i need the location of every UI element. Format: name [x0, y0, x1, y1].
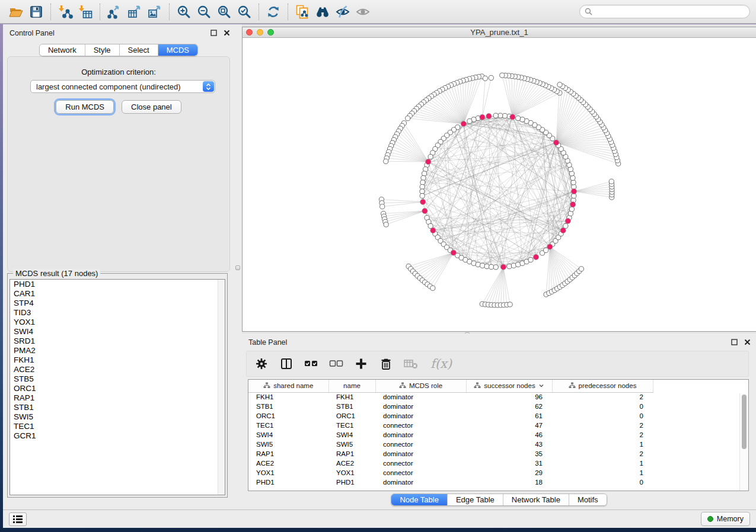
first-neighbors-button[interactable] — [312, 3, 333, 21]
table-cell[interactable]: 2 — [552, 430, 653, 440]
table-cell[interactable]: 1 — [552, 468, 653, 477]
table-row[interactable]: PHD1PHD1dominator180 — [248, 477, 653, 487]
table-settings-button[interactable] — [254, 356, 269, 371]
graph-node[interactable] — [420, 184, 425, 189]
network-view[interactable] — [243, 38, 756, 331]
table-cell[interactable]: 46 — [466, 430, 552, 440]
graph-node[interactable] — [430, 286, 435, 290]
table-cell[interactable]: FKH1 — [328, 392, 375, 402]
column-header[interactable]: successor nodes — [466, 380, 552, 392]
table-cell[interactable]: TEC1 — [328, 421, 375, 430]
zoom-selected-button[interactable] — [234, 3, 254, 21]
table-cell[interactable]: 61 — [466, 411, 552, 421]
graph-node[interactable] — [480, 263, 485, 268]
tab-mcds[interactable]: MCDS — [158, 44, 197, 56]
table-row[interactable]: ORC1ORC1dominator610 — [248, 411, 653, 421]
tab-network[interactable]: Network — [40, 44, 85, 56]
deselect-all-rows-button[interactable] — [328, 356, 344, 371]
tab-motifs[interactable]: Motifs — [569, 494, 607, 505]
table-cell[interactable]: ACE2 — [248, 459, 328, 468]
mcds-result-list[interactable]: PHD1CAR1STP4TID3YOX1SWI4SRD1PMA2FKH1ACE2… — [9, 279, 225, 495]
table-cell[interactable]: SWI4 — [248, 430, 328, 440]
zoom-fit-button[interactable] — [214, 3, 234, 21]
tab-style[interactable]: Style — [85, 44, 120, 56]
export-network-button[interactable] — [104, 3, 125, 21]
graph-node[interactable] — [467, 118, 472, 123]
table-cell[interactable]: SWI5 — [328, 440, 375, 449]
graph-node[interactable] — [579, 267, 583, 271]
mcds-result-item[interactable]: SRD1 — [10, 336, 225, 346]
graph-hub-node[interactable] — [451, 250, 456, 255]
table-cell[interactable]: STB1 — [328, 402, 375, 411]
task-history-button[interactable] — [9, 512, 27, 526]
run-mcds-button[interactable]: Run MCDS — [56, 100, 114, 114]
graph-node[interactable] — [498, 113, 503, 118]
graph-node[interactable] — [528, 258, 533, 262]
tab-edge-table[interactable]: Edge Table — [448, 494, 503, 505]
graph-node[interactable] — [570, 175, 575, 180]
table-cell[interactable]: 18 — [466, 477, 552, 487]
table-cell[interactable]: dominator — [375, 477, 466, 487]
graph-hub-node[interactable] — [565, 218, 570, 223]
graph-hub-node[interactable] — [570, 202, 576, 207]
table-cell[interactable]: 2 — [552, 449, 653, 459]
open-session-button[interactable] — [6, 3, 26, 21]
table-cell[interactable]: 35 — [466, 449, 552, 459]
column-header[interactable]: MCDS role — [375, 380, 466, 392]
table-cell[interactable]: 0 — [552, 411, 653, 421]
table-cell[interactable]: ACE2 — [328, 459, 375, 468]
graph-hub-node[interactable] — [422, 209, 428, 214]
table-cell[interactable]: 96 — [466, 392, 552, 402]
graph-node[interactable] — [420, 180, 425, 185]
graph-node[interactable] — [421, 175, 426, 180]
column-header[interactable]: predecessor nodes — [552, 380, 653, 392]
graph-node[interactable] — [507, 264, 512, 269]
zoom-in-button[interactable] — [174, 3, 194, 21]
table-cell[interactable]: RAP1 — [328, 449, 375, 459]
graph-node[interactable] — [571, 180, 576, 185]
graph-node[interactable] — [493, 113, 498, 118]
graph-hub-node[interactable] — [420, 199, 426, 204]
table-cell[interactable]: ORC1 — [248, 411, 328, 421]
table-cell[interactable]: 0 — [552, 402, 653, 411]
mcds-result-item[interactable]: TID3 — [10, 308, 225, 318]
mcds-result-item[interactable]: STB1 — [10, 403, 225, 412]
table-row[interactable]: RAP1RAP1dominator352 — [248, 449, 653, 459]
graph-node[interactable] — [493, 265, 498, 270]
tab-select[interactable]: Select — [120, 44, 158, 56]
table-row[interactable]: SWI4SWI4dominator462 — [248, 430, 653, 440]
delete-row-button[interactable] — [378, 356, 394, 371]
mcds-result-item[interactable]: STP4 — [10, 299, 225, 308]
graph-node[interactable] — [384, 222, 388, 227]
table-cell[interactable]: 1 — [552, 459, 653, 468]
graph-hub-node[interactable] — [554, 140, 559, 145]
show-columns-button[interactable] — [279, 356, 294, 371]
graph-hub-node[interactable] — [533, 254, 538, 259]
table-cell[interactable]: 31 — [466, 459, 552, 468]
graph-node[interactable] — [489, 75, 493, 80]
graph-node[interactable] — [511, 263, 516, 268]
import-network-button[interactable] — [55, 3, 75, 21]
table-cell[interactable]: connector — [375, 440, 466, 449]
function-builder-button[interactable]: f(x) — [428, 356, 454, 371]
mcds-result-item[interactable]: RAP1 — [10, 393, 225, 403]
mcds-result-item[interactable]: SWI4 — [10, 327, 225, 336]
table-cell[interactable]: 43 — [466, 440, 552, 449]
table-cell[interactable]: 0 — [552, 477, 653, 487]
graph-node[interactable] — [484, 264, 489, 269]
mcds-result-item[interactable]: FKH1 — [10, 355, 225, 365]
table-cell[interactable]: connector — [375, 421, 466, 430]
delete-table-button[interactable] — [403, 356, 419, 371]
refresh-network-button[interactable] — [263, 3, 283, 21]
graph-node[interactable] — [489, 264, 494, 269]
mcds-list-scrollbar[interactable] — [218, 280, 225, 495]
mcds-result-item[interactable]: CAR1 — [10, 289, 225, 299]
graph-node[interactable] — [502, 113, 507, 118]
export-image-button[interactable] — [145, 3, 165, 21]
table-cell[interactable]: ORC1 — [328, 411, 375, 421]
show-all-button[interactable] — [353, 3, 373, 21]
column-header[interactable]: shared name — [248, 380, 328, 392]
close-panel-icon[interactable] — [224, 30, 230, 36]
splitter-grip[interactable] — [235, 265, 240, 270]
table-cell[interactable]: dominator — [375, 449, 466, 459]
